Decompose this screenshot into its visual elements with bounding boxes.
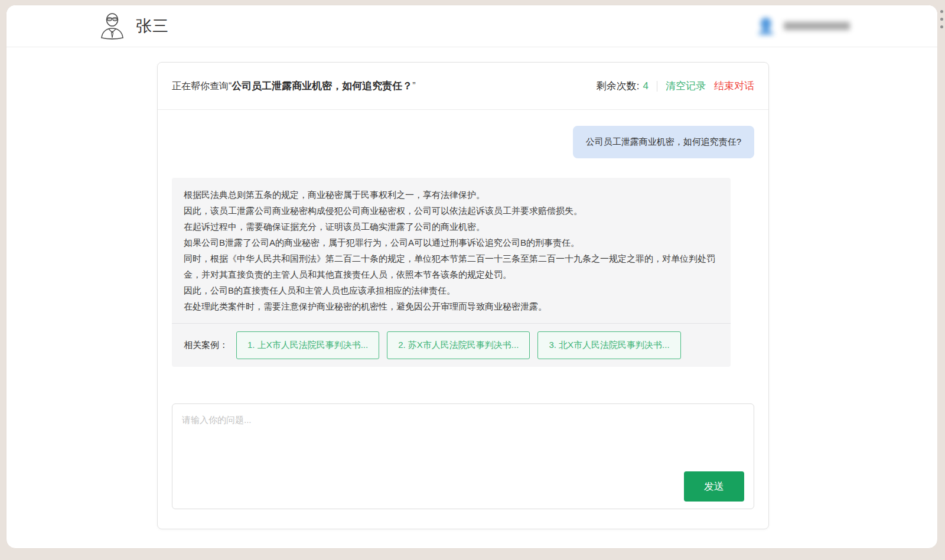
- query-title-prefix: 正在帮你查询“: [172, 81, 232, 91]
- query-title-text: 公司员工泄露商业机密，如何追究责任？: [232, 80, 412, 92]
- brand-name: 张三: [136, 15, 169, 37]
- query-title: 正在帮你查询“公司员工泄露商业机密，如何追究责任？”: [172, 79, 416, 93]
- related-cases-list: 1. 上X市人民法院民事判决书...2. 苏X市人民法院民事判决书...3. 北…: [236, 331, 689, 359]
- answer-line: 如果公司B泄露了公司A的商业秘密，属于犯罪行为，公司A可以通过刑事诉讼追究公司B…: [184, 235, 719, 250]
- answer-line: 在起诉过程中，需要确保证据充分，证明该员工确实泄露了公司的商业机密。: [184, 219, 719, 235]
- related-cases-row: 相关案例： 1. 上X市人民法院民事判决书...2. 苏X市人民法院民事判决书.…: [172, 324, 731, 367]
- user-icon: 👤: [757, 18, 775, 34]
- user-message-bubble: 公司员工泄露商业机密，如何追究责任?: [573, 126, 754, 158]
- chat-card-header: 正在帮你查询“公司员工泄露商业机密，如何追究责任？” 剩余次数:4 清空记录 结…: [158, 63, 768, 110]
- end-conversation-button[interactable]: 结束对话: [714, 79, 754, 93]
- answer-line: 因此，该员工泄露公司商业秘密构成侵犯公司商业秘密权，公司可以依法起诉该员工并要求…: [184, 203, 719, 219]
- top-header: 张三 👤: [6, 5, 937, 47]
- question-input[interactable]: [172, 404, 754, 509]
- chat-body: 公司员工泄露商业机密，如何追究责任? 根据民法典总则第五条的规定，商业秘密属于民…: [158, 126, 768, 529]
- account-badge-redacted[interactable]: 👤: [757, 18, 850, 34]
- related-case-button[interactable]: 1. 上X市人民法院民事判决书...: [236, 331, 379, 359]
- answer-line: 同时，根据《中华人民共和国刑法》第二百二十条的规定，单位犯本节第二百一十三条至第…: [184, 250, 719, 282]
- redacted-account-text: [784, 22, 850, 30]
- assistant-answer-text: 根据民法典总则第五条的规定，商业秘密属于民事权利之一，享有法律保护。因此，该员工…: [172, 178, 731, 323]
- chat-card: 正在帮你查询“公司员工泄露商业机密，如何追究责任？” 剩余次数:4 清空记录 结…: [157, 62, 769, 529]
- chat-header-actions: 剩余次数:4 清空记录 结束对话: [597, 79, 754, 93]
- related-case-button[interactable]: 2. 苏X市人民法院民事判决书...: [387, 331, 530, 359]
- answer-line: 根据民法典总则第五条的规定，商业秘密属于民事权利之一，享有法律保护。: [184, 187, 719, 203]
- header-actions-divider: [657, 81, 657, 92]
- send-button[interactable]: 发送: [684, 471, 744, 502]
- assistant-answer-panel: 根据民法典总则第五条的规定，商业秘密属于民事权利之一，享有法律保护。因此，该员工…: [172, 178, 731, 367]
- related-cases-label: 相关案例：: [184, 340, 228, 351]
- remaining-count: 4: [643, 80, 649, 92]
- remaining-count-label: 剩余次数:4: [597, 79, 649, 93]
- scrollbar-dots[interactable]: [940, 10, 943, 28]
- remaining-label: 剩余次数:: [597, 80, 640, 92]
- related-case-button[interactable]: 3. 北X市人民法院民事判决书...: [537, 331, 680, 359]
- query-title-suffix: ”: [412, 81, 415, 91]
- answer-line: 在处理此类案件时，需要注意保护商业秘密的机密性，避免因公开审理而导致商业秘密泄露…: [184, 298, 719, 314]
- user-message-row: 公司员工泄露商业机密，如何追究责任?: [172, 126, 754, 158]
- clear-history-button[interactable]: 清空记录: [666, 79, 706, 93]
- lawyer-avatar-icon: [98, 12, 126, 40]
- composer: 发送: [172, 403, 754, 509]
- app-window: 张三 👤 正在帮你查询“公司员工泄露商业机密，如何追究责任？” 剩余次数:4 清…: [6, 5, 938, 549]
- answer-line: 因此，公司B的直接责任人员和主管人员也应该承担相应的法律责任。: [184, 282, 719, 298]
